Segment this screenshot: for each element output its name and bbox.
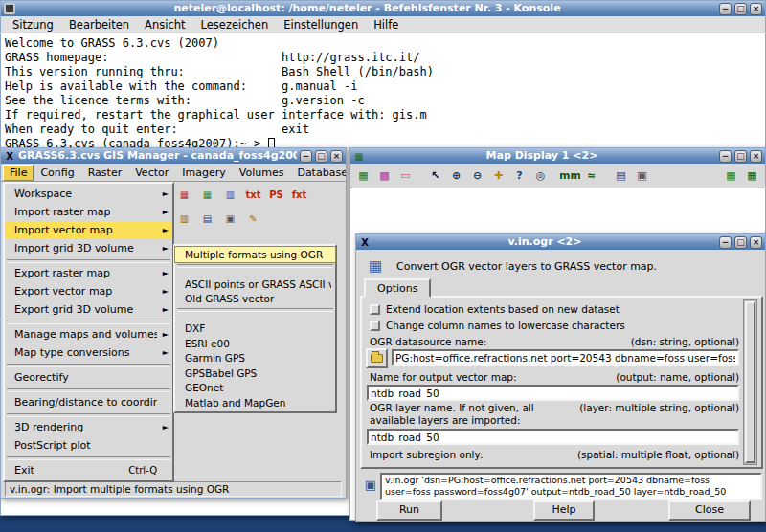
dsn-hint: (dsn: string, optional) xyxy=(631,336,739,348)
submenu-item[interactable]: Garmin GPS xyxy=(175,351,335,366)
konsole-titlebar[interactable]: neteler@localhost: /home/neteler - Befeh… xyxy=(1,1,765,16)
file-menu-item[interactable]: Export grid 3D volume ► xyxy=(5,300,172,319)
submenu-item[interactable]: Multiple formats using OGR xyxy=(175,247,335,262)
gis-manager-menu-item[interactable]: File xyxy=(3,165,34,181)
layer-label: OGR layer name. If not given, all availa… xyxy=(370,402,579,427)
measure-icon[interactable]: mm xyxy=(560,166,580,186)
gis-manager-menu-item[interactable]: Vector xyxy=(128,165,175,181)
close-button[interactable]: × xyxy=(750,236,762,249)
minimize-button[interactable]: − xyxy=(719,3,732,15)
help-button[interactable]: Help xyxy=(533,500,595,521)
display-map-icon[interactable]: ▦ xyxy=(353,166,373,186)
gis-manager-titlebar[interactable]: X GRASS6.3.cvs GIS Manager - canada_foss… xyxy=(1,148,346,164)
file-menu-item[interactable]: Exit Ctrl-Q xyxy=(5,461,172,479)
edit-pencil-icon[interactable]: ✎ xyxy=(242,208,264,230)
zoom-to-icon[interactable]: ◎ xyxy=(530,166,551,186)
submenu-item[interactable]: GEOnet xyxy=(175,381,335,396)
submenu-item[interactable]: GPSBabel GPS xyxy=(175,366,335,381)
file-menu-item[interactable]: Bearing/distance to coordinates xyxy=(5,393,172,411)
zoom-out-icon[interactable]: ⊖ xyxy=(467,166,487,186)
scrollbar-thumb[interactable] xyxy=(745,301,755,463)
gis-manager-menu-item[interactable]: Volumes xyxy=(233,165,291,181)
vinogr-titlebar[interactable]: X v.in.ogr <2> − □ × xyxy=(356,234,765,250)
submenu-item[interactable]: Old GRASS vector xyxy=(175,292,335,307)
lowercase-checkbox[interactable] xyxy=(370,321,380,331)
map-display-toolbar: ▦▩▭↖⊕⊖✚?◎mm≈▤▣▦▦ xyxy=(350,164,765,188)
pan-icon[interactable]: ✚ xyxy=(488,166,508,186)
open-workspace-icon[interactable]: ▥ xyxy=(173,208,195,230)
add-raster-layer-icon[interactable]: ▦ xyxy=(173,184,195,206)
file-menu-item[interactable]: Export raster map ► xyxy=(5,264,172,282)
query-icon[interactable]: ? xyxy=(509,166,529,186)
output-input[interactable] xyxy=(367,385,739,401)
map-display-titlebar[interactable]: ▦ Map Display 1 <2> − □ × xyxy=(350,148,765,164)
extend-extents-checkbox[interactable] xyxy=(370,304,380,315)
submenu-item[interactable]: Matlab and MapGen xyxy=(175,395,335,410)
erase-display-icon[interactable]: ▭ xyxy=(395,166,416,186)
file-menu-item[interactable]: Export vector map ► xyxy=(5,282,172,300)
add-text-layer-icon[interactable]: fxt xyxy=(288,184,310,206)
save-workspace-icon[interactable]: ▤ xyxy=(196,208,218,230)
tab-options[interactable]: Options xyxy=(364,278,431,298)
submenu-item[interactable]: ESRI e00 xyxy=(175,336,335,351)
browse-folder-button[interactable] xyxy=(366,348,388,368)
add-postscript-labels-icon[interactable]: PS xyxy=(265,184,287,206)
submenu-item[interactable]: DXF xyxy=(175,321,335,337)
submenu-item[interactable]: ASCII points or GRASS ASCII vector xyxy=(175,277,335,292)
maximize-button[interactable]: □ xyxy=(734,236,747,249)
minimize-button[interactable]: − xyxy=(719,150,732,163)
close-button[interactable]: × xyxy=(750,150,762,163)
konsole-menu-item[interactable]: Hilfe xyxy=(366,17,406,33)
print-map-icon[interactable]: ▣ xyxy=(219,208,241,230)
layer-input[interactable] xyxy=(367,429,739,445)
konsole-menu-item[interactable]: Ansicht xyxy=(137,17,192,33)
redraw-icon[interactable]: ▩ xyxy=(374,166,394,186)
save-display-icon[interactable]: ▤ xyxy=(611,166,631,186)
maximize-button[interactable]: □ xyxy=(315,150,327,163)
file-menu-item[interactable]: 3D rendering ► xyxy=(5,418,172,436)
profile-icon[interactable]: ≈ xyxy=(581,166,601,186)
minimize-button[interactable]: − xyxy=(300,150,312,163)
gis-manager-menu-item[interactable]: Config xyxy=(34,165,80,181)
konsole-menu-item[interactable]: Lesezeichen xyxy=(193,17,277,33)
close-button[interactable]: × xyxy=(330,150,343,163)
pointer-icon[interactable]: ↖ xyxy=(425,166,445,186)
konsole-menu-item[interactable]: Bearbeiten xyxy=(61,17,137,33)
file-menu-item[interactable]: Manage maps and volumes ► xyxy=(5,325,172,344)
file-menu-item[interactable]: Import raster map ► xyxy=(5,203,172,221)
gis-manager-menu-item[interactable]: Databases xyxy=(290,165,347,181)
zoom-options-icon[interactable]: ▦ xyxy=(721,166,741,186)
command-preview[interactable]: v.in.ogr 'dsn=PG:host=office.refractions… xyxy=(380,473,762,500)
dsn-input[interactable] xyxy=(392,349,739,366)
submenu-arrow-icon: ► xyxy=(160,305,169,314)
maximize-button[interactable]: □ xyxy=(734,150,747,163)
file-menu-item[interactable]: Workspace ► xyxy=(5,185,172,203)
terminal-output[interactable]: Welcome to GRASS 6.3.cvs (2007)GRASS hom… xyxy=(1,33,765,154)
gis-manager-menu-item[interactable]: Raster xyxy=(81,165,128,181)
close-button[interactable]: Close xyxy=(668,500,751,521)
add-rgb-his-layer-icon[interactable]: ▦ xyxy=(196,184,218,206)
run-button[interactable]: Run xyxy=(376,500,442,521)
file-menu-item xyxy=(5,454,172,461)
maximize-button[interactable]: □ xyxy=(734,3,747,15)
submenu-arrow-icon: ► xyxy=(160,423,169,432)
add-histogram-icon[interactable]: ▥ xyxy=(219,184,241,206)
print-display-icon[interactable]: ▣ xyxy=(632,166,652,186)
zoom-in-icon[interactable]: ⊕ xyxy=(446,166,466,186)
file-menu-item[interactable]: Georectify xyxy=(5,368,172,387)
options-scrollbar[interactable] xyxy=(743,299,757,465)
lowercase-label: Change column names to lowercase charact… xyxy=(386,320,625,331)
file-menu-item[interactable]: Import vector map ► xyxy=(5,221,172,239)
file-menu-item[interactable]: Map type conversions ► xyxy=(5,344,172,362)
extend-extents-label: Extend location extents based on new dat… xyxy=(386,303,620,315)
file-menu-item[interactable]: PostScript plot xyxy=(5,436,172,454)
add-cell-labels-icon[interactable]: txt xyxy=(242,184,264,206)
nviz-icon[interactable]: ▦ xyxy=(742,166,762,186)
file-menu-item[interactable]: Import grid 3D volume ► xyxy=(5,239,172,257)
minimize-button[interactable]: − xyxy=(719,236,732,249)
close-button[interactable]: × xyxy=(750,3,762,15)
konsole-menu-item[interactable]: Einstellungen xyxy=(276,17,366,33)
gis-manager-menu-item[interactable]: Imagery xyxy=(175,165,232,181)
konsole-menu-item[interactable]: Sitzung xyxy=(5,17,61,33)
copy-command-icon[interactable]: ▣ xyxy=(363,477,378,492)
